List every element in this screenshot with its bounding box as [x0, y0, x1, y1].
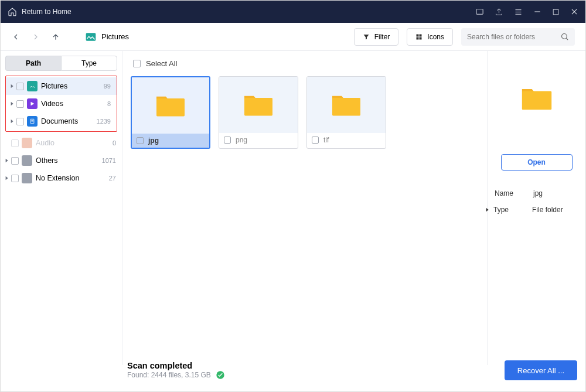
maximize-icon[interactable] [552, 8, 560, 16]
folder-checkbox[interactable] [137, 137, 144, 144]
scan-status-title: Scan completed [127, 361, 225, 370]
folder-card-jpg[interactable]: jpg [131, 76, 210, 149]
home-icon [8, 7, 17, 16]
checkbox[interactable] [11, 157, 19, 165]
svg-rect-12 [522, 91, 551, 110]
svg-point-7 [562, 34, 567, 39]
recover-all-button[interactable]: Recover All ... [505, 360, 577, 380]
tab-path[interactable]: Path [5, 56, 61, 71]
filter-button[interactable]: Filter [354, 28, 399, 46]
grid-icon [415, 33, 423, 40]
detail-type-value: File folder [532, 206, 563, 214]
svg-rect-11 [332, 98, 360, 115]
folder-icon [243, 93, 274, 117]
checkbox[interactable] [16, 118, 24, 125]
sidebar-item-noextension[interactable]: No Extension 27 [1, 169, 122, 187]
select-all-label: Select All [146, 59, 177, 68]
breadcrumb: Pictures [85, 31, 129, 43]
folder-label: png [236, 136, 247, 144]
sidebar-item-pictures[interactable]: Pictures 99 [6, 77, 117, 95]
search-input-wrap[interactable] [461, 28, 575, 46]
detail-name-label: Name [495, 189, 533, 197]
folder-checkbox[interactable] [224, 137, 231, 144]
check-icon [216, 370, 225, 380]
forward-icon[interactable] [31, 32, 40, 42]
return-home-label: Return to Home [22, 8, 71, 16]
checkbox[interactable] [16, 100, 24, 108]
svg-rect-4 [420, 34, 422, 36]
folder-card-tif[interactable]: tif [306, 76, 386, 149]
back-icon[interactable] [11, 32, 21, 42]
folder-icon [155, 94, 186, 117]
tab-type[interactable]: Type [61, 56, 117, 71]
folder-label: tif [323, 136, 329, 144]
category-highlight: Pictures 99 Videos 8 Documents 1239 [5, 76, 117, 132]
svg-rect-6 [420, 37, 422, 39]
sidebar-item-videos[interactable]: Videos 8 [6, 95, 117, 113]
pictures-icon [85, 31, 97, 43]
checkbox[interactable] [11, 175, 19, 182]
feedback-icon[interactable] [475, 8, 484, 16]
share-icon[interactable] [495, 8, 503, 16]
svg-rect-9 [156, 98, 185, 116]
menu-icon[interactable] [514, 8, 523, 16]
select-all-checkbox[interactable] [133, 60, 141, 67]
search-input[interactable] [467, 33, 560, 41]
detail-type-label: Type [493, 206, 532, 214]
svg-rect-10 [244, 98, 272, 115]
svg-rect-5 [417, 37, 419, 39]
svg-rect-1 [553, 9, 558, 15]
up-icon[interactable] [51, 32, 60, 42]
filter-icon [363, 33, 370, 40]
search-icon [560, 32, 569, 41]
minimize-icon[interactable] [533, 8, 541, 16]
scan-status-sub: Found: 2444 files, 3.15 GB [127, 371, 211, 379]
svg-rect-3 [417, 34, 419, 36]
return-home-button[interactable]: Return to Home [8, 7, 71, 16]
svg-rect-2 [86, 33, 96, 40]
checkbox[interactable] [16, 83, 24, 90]
sidebar-item-audio: Audio 0 [1, 134, 122, 152]
select-all-row[interactable]: Select All [131, 58, 479, 76]
sidebar-item-documents[interactable]: Documents 1239 [6, 113, 117, 130]
sidebar-item-others[interactable]: Others 1071 [1, 152, 122, 169]
folder-label: jpg [148, 137, 159, 145]
detail-name-value: jpg [533, 189, 543, 197]
detail-type-row[interactable]: Type File folder [495, 206, 578, 214]
close-icon[interactable] [570, 8, 578, 16]
view-icons-button[interactable]: Icons [407, 28, 453, 46]
open-button[interactable]: Open [501, 154, 573, 171]
breadcrumb-label: Pictures [101, 32, 129, 41]
folder-checkbox[interactable] [312, 137, 319, 144]
folder-card-png[interactable]: png [219, 76, 298, 149]
preview-folder-icon [521, 86, 553, 111]
folder-icon [331, 93, 362, 117]
svg-rect-0 [476, 9, 483, 14]
